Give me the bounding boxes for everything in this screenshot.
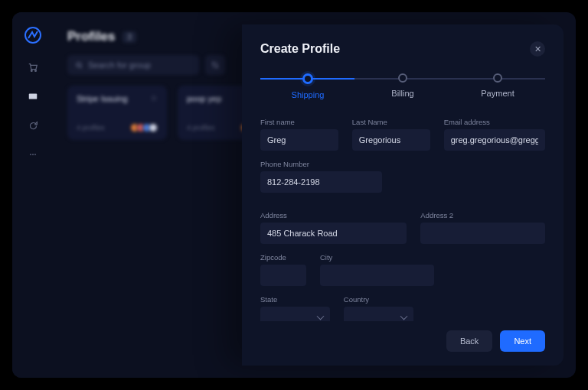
svg-point-7 (77, 63, 81, 67)
state-label: State (260, 295, 330, 304)
cart-icon[interactable] (27, 61, 39, 73)
card-meta: 4 profiles (77, 124, 105, 132)
next-button[interactable]: Next (500, 330, 545, 352)
email-label: Email address (444, 118, 545, 126)
stepper: Shipping Billing Payment (260, 73, 545, 99)
card-meta: 4 profiles (187, 124, 215, 132)
step-circle-icon (493, 73, 502, 83)
profile-group-card[interactable]: Stripe Issuing ☆ 4 profiles (67, 86, 167, 140)
search-icon (75, 61, 83, 70)
first-name-label: First name (260, 118, 338, 126)
step-circle-icon (398, 73, 407, 83)
city-label: City (320, 253, 434, 262)
star-icon[interactable]: ☆ (150, 93, 158, 103)
state-select[interactable] (260, 307, 330, 321)
step-circle-icon (302, 73, 313, 84)
phone-field[interactable] (260, 171, 382, 193)
step-billing[interactable]: Billing (355, 73, 450, 99)
sort-button[interactable] (205, 55, 225, 75)
modal-title: Create Profile (260, 42, 340, 56)
card-title: poop yep (187, 94, 221, 103)
country-label: Country (344, 295, 413, 304)
create-profile-modal: Create Profile ✕ Shipping Billing Paymen… (242, 24, 564, 366)
step-label: Shipping (292, 90, 325, 99)
country-select[interactable] (344, 307, 413, 321)
last-name-field[interactable] (352, 129, 430, 151)
step-label: Payment (481, 89, 514, 98)
app-logo (24, 26, 42, 44)
back-button[interactable]: Back (446, 330, 492, 352)
sidebar (12, 12, 54, 378)
svg-point-1 (31, 70, 32, 72)
profiles-icon[interactable] (27, 90, 39, 102)
dots-icon[interactable] (27, 148, 39, 161)
card-title: Stripe Issuing (77, 94, 128, 103)
address2-field[interactable] (420, 223, 545, 244)
svg-point-4 (30, 154, 31, 155)
first-name-field[interactable] (260, 129, 338, 151)
address2-label: Address 2 (420, 211, 545, 219)
sort-icon (211, 60, 220, 70)
search-placeholder: Search for group (88, 60, 151, 70)
refresh-icon[interactable] (27, 119, 39, 132)
last-name-label: Last Name (352, 118, 430, 126)
zipcode-field[interactable] (260, 265, 306, 286)
page-title: Profiles (67, 29, 115, 44)
city-field[interactable] (320, 265, 434, 286)
svg-rect-3 (29, 94, 38, 99)
form: First name Last Name Email address Phone… (260, 104, 545, 321)
step-payment[interactable]: Payment (450, 73, 545, 99)
svg-point-2 (35, 70, 37, 72)
step-shipping[interactable]: Shipping (260, 73, 355, 99)
svg-point-6 (34, 154, 36, 155)
address-field[interactable] (260, 223, 407, 244)
phone-label: Phone Number (260, 160, 382, 168)
address-label: Address (260, 211, 407, 219)
avatar-stack (133, 123, 158, 132)
search-input[interactable]: Search for group (67, 55, 199, 75)
email-field[interactable] (444, 129, 545, 151)
svg-point-5 (32, 154, 34, 155)
close-button[interactable]: ✕ (530, 41, 545, 57)
page-count-badge: 3 (122, 31, 136, 43)
zipcode-label: Zipcode (260, 253, 306, 262)
step-label: Billing (391, 89, 413, 98)
app-window: Profiles 3 Search for group Stripe Issui… (12, 12, 576, 378)
